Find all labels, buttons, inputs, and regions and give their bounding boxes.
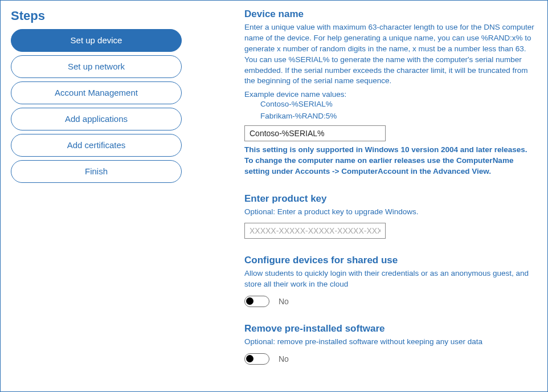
content-panel: Device name Enter a unique value with ma… bbox=[244, 9, 537, 383]
product-key-description: Optional: Enter a product key to upgrade… bbox=[244, 207, 537, 218]
shared-use-description: Allow students to quickly login with the… bbox=[244, 268, 537, 290]
shared-use-toggle[interactable] bbox=[244, 296, 269, 307]
remove-software-title: Remove pre-installed software bbox=[244, 323, 537, 334]
shared-use-section: Configure devices for shared use Allow s… bbox=[244, 255, 537, 307]
product-key-input[interactable] bbox=[244, 223, 386, 239]
step-account-management[interactable]: Account Management bbox=[11, 81, 182, 104]
step-add-certificates[interactable]: Add certificates bbox=[11, 134, 182, 157]
shared-use-title: Configure devices for shared use bbox=[244, 255, 537, 266]
step-add-applications[interactable]: Add applications bbox=[11, 108, 182, 130]
step-finish[interactable]: Finish bbox=[11, 160, 182, 183]
remove-software-toggle-label: No bbox=[279, 354, 289, 364]
device-name-example-2: Fabrikam-%RAND:5% bbox=[260, 111, 537, 122]
product-key-title: Enter product key bbox=[244, 193, 537, 205]
device-name-input[interactable] bbox=[244, 125, 386, 141]
device-name-section: Device name Enter a unique value with ma… bbox=[244, 9, 537, 177]
remove-software-description: Optional: remove pre-installed software … bbox=[244, 337, 537, 348]
steps-panel: Steps Set up device Set up network Accou… bbox=[11, 9, 182, 383]
device-name-examples-label: Example device name values: bbox=[244, 90, 537, 99]
remove-software-toggle[interactable] bbox=[244, 353, 269, 365]
steps-title: Steps bbox=[11, 9, 182, 23]
device-name-title: Device name bbox=[244, 9, 537, 20]
device-name-description: Enter a unique value with maximum 63-cha… bbox=[244, 22, 537, 87]
shared-use-toggle-label: No bbox=[279, 297, 289, 306]
device-name-example-1: Contoso-%SERIAL% bbox=[260, 99, 537, 110]
remove-software-section: Remove pre-installed software Optional: … bbox=[244, 323, 537, 365]
step-set-up-device[interactable]: Set up device bbox=[11, 29, 182, 52]
step-set-up-network[interactable]: Set up network bbox=[11, 55, 182, 78]
product-key-section: Enter product key Optional: Enter a prod… bbox=[244, 193, 537, 239]
device-name-note: This setting is only supported in Window… bbox=[244, 145, 537, 177]
